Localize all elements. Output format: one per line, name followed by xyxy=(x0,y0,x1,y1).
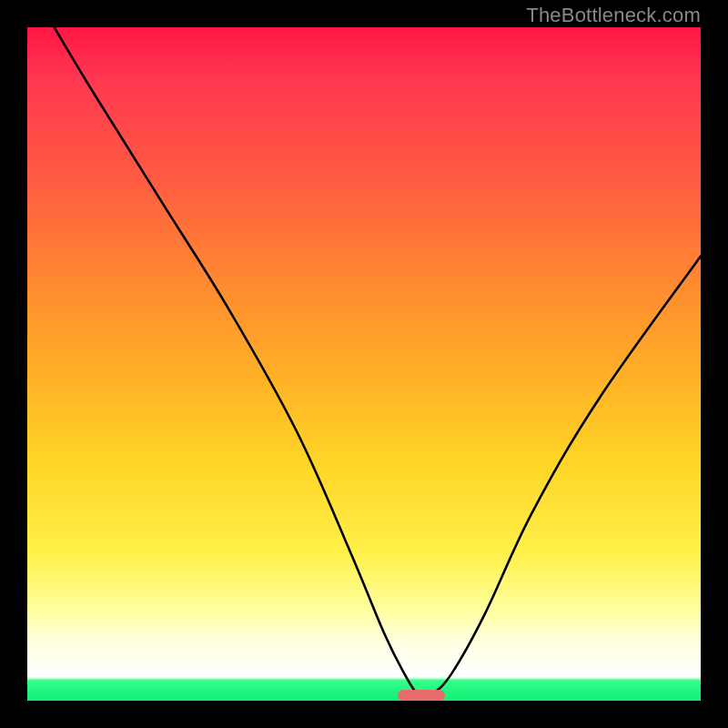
plot-area xyxy=(27,27,701,701)
chart-frame: TheBottleneck.com xyxy=(0,0,728,728)
bottleneck-curve-path xyxy=(55,27,701,697)
optimum-marker xyxy=(398,690,445,701)
watermark-text: TheBottleneck.com xyxy=(526,4,701,27)
curve-svg xyxy=(27,27,701,701)
